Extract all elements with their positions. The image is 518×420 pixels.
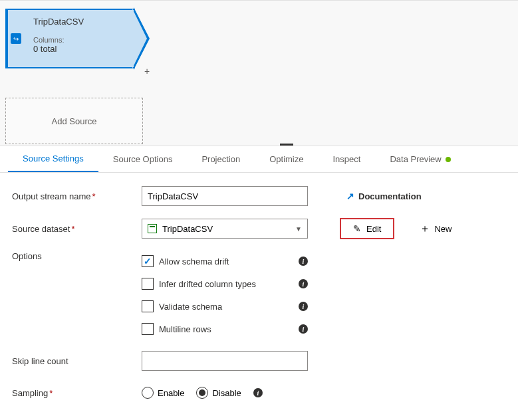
edit-button[interactable]: ✎ Edit	[340, 218, 394, 239]
chevron-down-icon: ▼	[295, 225, 302, 233]
source-settings-form: Output stream name* ↗ Documentation Sour…	[0, 173, 518, 420]
new-button[interactable]: ＋ New	[420, 222, 452, 236]
options-label: Options	[12, 251, 142, 261]
info-icon[interactable]: i	[299, 302, 308, 311]
row-sampling: Sampling* Enable Disable i	[12, 383, 506, 403]
options-stack: Allow schema drift i Infer drifted colum…	[142, 251, 308, 339]
source-node[interactable]: ↪ TripDataCSV Columns: 0 total	[5, 9, 135, 68]
source-node-body: TripDataCSV Columns: 0 total	[25, 9, 135, 68]
edit-label: Edit	[366, 224, 381, 234]
documentation-label: Documentation	[358, 191, 422, 201]
option-multiline-rows[interactable]: Multiline rows i	[142, 319, 308, 339]
sampling-label: Sampling*	[12, 388, 142, 398]
row-skip-line-count: Skip line count	[12, 351, 506, 371]
tab-inspect[interactable]: Inspect	[319, 146, 376, 172]
row-source-dataset: Source dataset* TripDataCSV ▼ ✎ Edit ＋ N…	[12, 218, 506, 239]
tab-label: Projection	[201, 154, 240, 164]
sampling-enable[interactable]: Enable	[142, 387, 184, 399]
option-validate-schema[interactable]: Validate schema i	[142, 296, 308, 316]
checkbox-icon[interactable]	[142, 278, 154, 290]
info-icon[interactable]: i	[253, 388, 263, 397]
skip-line-label: Skip line count	[12, 356, 142, 366]
checkbox-icon[interactable]	[142, 323, 154, 335]
add-source-box[interactable]: Add Source	[5, 98, 143, 144]
external-link-icon: ↗	[346, 191, 354, 201]
output-stream-label: Output stream name*	[12, 191, 142, 201]
row-output-stream: Output stream name* ↗ Documentation	[12, 186, 506, 206]
tab-label: Optimize	[269, 154, 303, 164]
skip-line-input[interactable]	[142, 351, 308, 371]
pencil-icon: ✎	[353, 223, 361, 234]
source-dataset-select[interactable]: TripDataCSV ▼	[142, 219, 308, 239]
tab-bar: Source Settings Source Options Projectio…	[0, 146, 518, 173]
dataflow-canvas: ↪ TripDataCSV Columns: 0 total + Add Sou…	[0, 0, 518, 146]
info-icon[interactable]: i	[299, 279, 308, 288]
documentation-link[interactable]: ↗ Documentation	[346, 191, 422, 201]
tab-label: Source Options	[113, 154, 173, 164]
tab-optimize[interactable]: Optimize	[255, 146, 318, 172]
option-allow-schema-drift[interactable]: Allow schema drift i	[142, 251, 308, 271]
info-icon[interactable]: i	[299, 324, 308, 334]
output-stream-input[interactable]	[142, 186, 308, 206]
source-node-rail: ↪	[5, 9, 25, 68]
new-label: New	[434, 224, 452, 234]
source-dataset-value: TripDataCSV	[162, 224, 213, 234]
sampling-disable[interactable]: Disable	[196, 387, 241, 399]
tab-indicator-icon	[280, 144, 293, 146]
plus-icon: ＋	[420, 222, 430, 236]
source-node-title: TripDataCSV	[33, 17, 130, 27]
source-columns-count: 0 total	[33, 44, 130, 54]
tab-label: Inspect	[333, 154, 361, 164]
status-dot-icon	[446, 157, 451, 162]
tab-data-preview[interactable]: Data Preview	[375, 146, 465, 172]
source-glyph-icon: ↪	[11, 33, 21, 44]
info-icon[interactable]: i	[299, 257, 308, 266]
radio-icon[interactable]	[142, 387, 154, 399]
checkbox-icon[interactable]	[142, 255, 154, 267]
tab-label: Data Preview	[390, 154, 441, 164]
option-infer-drifted-types[interactable]: Infer drifted column types i	[142, 274, 308, 294]
radio-icon[interactable]	[196, 387, 208, 399]
tab-projection[interactable]: Projection	[187, 146, 255, 172]
row-options: Options Allow schema drift i Infer drift…	[12, 251, 506, 339]
add-source-label: Add Source	[52, 116, 97, 126]
source-dataset-label: Source dataset*	[12, 224, 142, 234]
tab-source-settings[interactable]: Source Settings	[8, 146, 98, 172]
tab-label: Source Settings	[23, 154, 84, 163]
source-columns-label: Columns:	[33, 36, 130, 44]
tab-source-options[interactable]: Source Options	[98, 146, 188, 172]
sampling-radio-group: Enable Disable i	[142, 387, 263, 399]
dataset-icon	[148, 224, 157, 233]
checkbox-icon[interactable]	[142, 300, 154, 312]
